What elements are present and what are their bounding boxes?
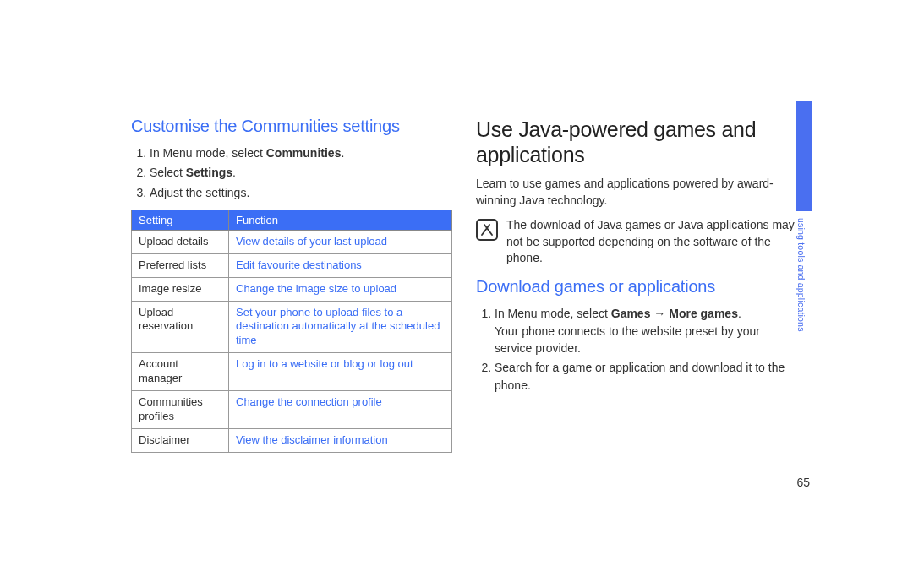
step-bold: Settings bbox=[186, 166, 232, 179]
cell-setting: Upload reservation bbox=[132, 301, 229, 353]
left-heading: Customise the Communities settings bbox=[131, 117, 452, 136]
cell-function: Change the image size to upload bbox=[229, 277, 452, 301]
left-steps: In Menu mode, select Communities. Select… bbox=[131, 144, 452, 201]
table-row: Upload detailsView details of your last … bbox=[132, 230, 452, 253]
side-tab-label: using tools and applications bbox=[796, 211, 806, 380]
cell-function: Edit favourite destinations bbox=[229, 253, 452, 277]
note-text: The download of Java games or Java appli… bbox=[506, 217, 797, 267]
left-step-1: In Menu mode, select Communities. bbox=[150, 144, 452, 161]
side-tab: using tools and applications bbox=[796, 101, 812, 389]
step-text: . bbox=[232, 166, 236, 179]
right-step-1: In Menu mode, select Games → More games.… bbox=[495, 305, 797, 357]
cell-setting: Disclaimer bbox=[132, 428, 229, 452]
step-bold: Communities bbox=[266, 146, 342, 160]
left-step-3: Adjust the settings. bbox=[150, 184, 452, 201]
right-column: Use Java-powered games and applications … bbox=[476, 117, 797, 488]
step-text: In Menu mode, select bbox=[495, 307, 611, 320]
cell-setting: Account manager bbox=[132, 353, 229, 391]
table-row: Upload reservationSet your phone to uplo… bbox=[132, 301, 452, 353]
cell-setting: Image resize bbox=[132, 277, 229, 301]
table-header-row: Setting Function bbox=[132, 210, 452, 230]
table-row: Preferred listsEdit favourite destinatio… bbox=[132, 253, 452, 277]
note-block: The download of Java games or Java appli… bbox=[476, 217, 797, 267]
step-bold: Games bbox=[611, 307, 651, 320]
page-number: 65 bbox=[796, 476, 810, 489]
right-steps: In Menu mode, select Games → More games.… bbox=[476, 305, 797, 394]
right-intro: Learn to use games and applications powe… bbox=[476, 176, 797, 209]
right-subheading: Download games or applications bbox=[476, 277, 797, 297]
step-sub: Your phone connects to the website prese… bbox=[495, 324, 797, 357]
th-function: Function bbox=[229, 210, 452, 230]
step-text: . bbox=[341, 146, 344, 160]
step-text: In Menu mode, select bbox=[150, 146, 266, 160]
right-title: Use Java-powered games and applications bbox=[476, 117, 797, 167]
th-setting: Setting bbox=[132, 210, 229, 230]
page-content: Customise the Communities settings In Me… bbox=[131, 117, 795, 488]
note-icon bbox=[476, 219, 498, 241]
cell-function: View details of your last upload bbox=[229, 230, 452, 253]
cell-setting: Communities profiles bbox=[132, 391, 229, 429]
cell-function: Log in to a website or blog or log out bbox=[229, 353, 452, 391]
left-step-2: Select Settings. bbox=[150, 164, 452, 181]
settings-table: Setting Function Upload detailsView deta… bbox=[131, 210, 452, 453]
table-row: DisclaimerView the disclaimer informatio… bbox=[132, 428, 452, 452]
cell-function: View the disclaimer information bbox=[229, 428, 452, 452]
cell-function: Change the connection profile bbox=[229, 391, 452, 429]
table-row: Account managerLog in to a website or bl… bbox=[132, 353, 452, 391]
cell-setting: Preferred lists bbox=[132, 253, 229, 277]
cell-setting: Upload details bbox=[132, 230, 229, 253]
step-text: . bbox=[738, 307, 741, 320]
step-text: → bbox=[650, 307, 669, 320]
step-text: Search for a game or application and dow… bbox=[495, 361, 785, 391]
side-tab-marker bbox=[796, 101, 812, 211]
left-column: Customise the Communities settings In Me… bbox=[131, 117, 452, 488]
right-step-2: Search for a game or application and dow… bbox=[495, 359, 797, 394]
step-text: Adjust the settings. bbox=[150, 186, 249, 199]
table-row: Image resizeChange the image size to upl… bbox=[132, 277, 452, 301]
step-text: Select bbox=[150, 166, 186, 179]
table-row: Communities profilesChange the connectio… bbox=[132, 391, 452, 429]
step-bold: More games bbox=[669, 307, 738, 320]
cell-function: Set your phone to upload files to a dest… bbox=[229, 301, 452, 353]
